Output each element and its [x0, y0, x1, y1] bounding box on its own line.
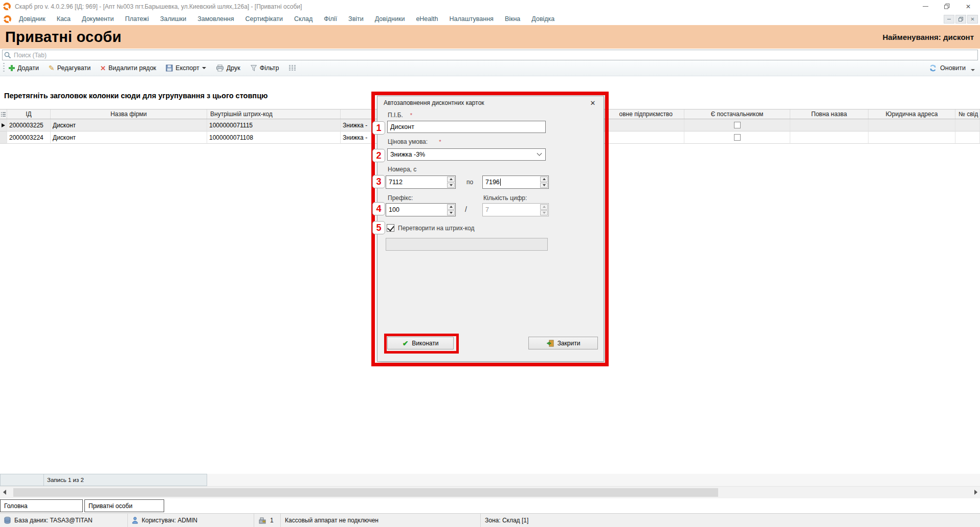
spin-down-button[interactable]	[447, 210, 455, 216]
convert-to-barcode-label: Перетворити на штрих-код	[398, 225, 475, 232]
toolbar-drag-handle[interactable]	[3, 63, 5, 73]
prefix-spinner[interactable]: 100	[386, 203, 456, 216]
menu-dovidka[interactable]: Довідка	[526, 15, 560, 23]
numbers-from-label: Номера, с	[388, 166, 416, 173]
menu-zamovlennia[interactable]: Замовлення	[192, 15, 239, 23]
menu-nalashtuvannia[interactable]: Налаштування	[443, 15, 499, 23]
mdi-restore-button[interactable]	[955, 15, 966, 24]
dialog-title-bar[interactable]: Автозаповнення дисконтних карток ✕	[377, 96, 604, 109]
scroll-left-icon[interactable]	[3, 490, 6, 495]
menu-sklad[interactable]: Склад	[288, 15, 318, 23]
number-to-text: 7196	[485, 179, 500, 186]
filter-button[interactable]: Фільтр	[250, 64, 279, 72]
column-header-barcode[interactable]: Внутрішній штрих-код	[207, 109, 341, 119]
mdi-minimize-button[interactable]	[944, 15, 954, 24]
price-condition-label: Цінова умова:*	[388, 138, 441, 145]
close-button[interactable]: ✕	[960, 2, 977, 12]
mdi-close-button[interactable]: ✕	[967, 15, 978, 24]
menu-ehealth[interactable]: eHealth	[410, 15, 443, 23]
execute-button[interactable]: ✔ Виконати	[387, 337, 454, 349]
navigator-empty-cell	[0, 474, 43, 486]
horizontal-scrollbar[interactable]	[0, 486, 980, 498]
supplier-checkbox[interactable]	[734, 134, 741, 141]
cell-supplier	[684, 131, 790, 144]
page-header: Приватні особи Найменування: дисконт	[0, 25, 980, 49]
spin-down-button[interactable]	[447, 183, 455, 188]
arrow-up-icon	[450, 206, 453, 208]
convert-to-barcode-checkbox[interactable]	[387, 224, 394, 232]
name-field-label: П.І.Б.*	[388, 112, 412, 119]
refresh-button[interactable]: Оновити	[929, 64, 975, 72]
digits-count-label: Кількість цифр:	[483, 194, 527, 202]
name-input[interactable]: Дисконт	[387, 121, 546, 133]
price-label-text: Цінова умова:	[388, 138, 428, 145]
menu-dovidnyk[interactable]: Довідник	[13, 15, 51, 23]
export-dropdown-icon	[202, 67, 206, 69]
menu-vikna[interactable]: Вікна	[499, 15, 526, 23]
column-header-id[interactable]: ІД	[7, 109, 51, 119]
delete-row-button[interactable]: ✕ Видалити рядок	[100, 64, 156, 72]
refresh-dropdown-icon	[971, 69, 975, 71]
columns-icon	[288, 65, 296, 72]
menu-zvity[interactable]: Звіти	[343, 15, 369, 23]
close-dialog-label: Закрити	[558, 340, 581, 347]
menu-dovidnyky[interactable]: Довідники	[369, 15, 411, 23]
restore-button[interactable]	[938, 2, 955, 12]
spin-down-button[interactable]	[540, 183, 548, 188]
spin-up-button[interactable]	[447, 177, 455, 182]
barcode-preview-input	[386, 238, 548, 251]
scroll-right-icon[interactable]	[974, 490, 977, 495]
minimize-button[interactable]	[917, 2, 934, 12]
number-from-spinner[interactable]: 7112	[386, 175, 456, 189]
export-button[interactable]: Експорт	[166, 64, 206, 72]
cell-barcode: 1000000071108	[207, 131, 341, 144]
row-selector-icon	[1, 112, 6, 117]
arrow-up-icon	[450, 178, 453, 180]
refresh-icon	[929, 64, 937, 72]
price-condition-select[interactable]: Знижка -3%	[387, 148, 546, 161]
cash-status-label: Кассовый аппарат не подключен	[285, 517, 378, 524]
pencil-icon: ✎	[49, 64, 55, 72]
cell-id: 2000003224	[7, 131, 51, 144]
edit-button[interactable]: ✎ Редагувати	[49, 64, 91, 72]
tab-pryvatni-osoby[interactable]: Приватні особи	[84, 499, 164, 512]
add-button[interactable]: Додати	[9, 64, 39, 72]
column-chooser-button[interactable]	[288, 65, 296, 72]
menu-kasa[interactable]: Каса	[51, 15, 76, 23]
column-header-firm[interactable]: Назва фірми	[51, 109, 207, 119]
name-filter-label: Найменування: дисконт	[882, 33, 975, 41]
print-label: Друк	[227, 64, 240, 72]
database-icon	[4, 517, 11, 524]
menu-filii[interactable]: Філії	[318, 15, 343, 23]
menu-dokumenty[interactable]: Документи	[76, 15, 119, 23]
column-header-legal-address[interactable]: Юридична адреса	[868, 109, 955, 119]
scrollbar-thumb[interactable]	[13, 488, 718, 497]
search-bar	[2, 50, 978, 60]
column-header-indicator[interactable]	[0, 109, 7, 119]
refresh-label: Оновити	[940, 64, 966, 72]
column-header-certificate[interactable]: № свід	[955, 109, 980, 119]
export-label: Експорт	[175, 64, 199, 72]
menu-sertyfikaty[interactable]: Сертифікати	[240, 15, 289, 23]
user-label: Користувач: ADMIN	[142, 517, 197, 524]
menu-platezhi[interactable]: Платежі	[120, 15, 155, 23]
close-dialog-button[interactable]: Закрити	[528, 337, 598, 349]
dialog-close-button[interactable]: ✕	[588, 99, 597, 107]
column-header-supplier[interactable]: Є постачальником	[684, 109, 790, 119]
supplier-checkbox[interactable]	[734, 122, 741, 128]
print-button[interactable]: Друк	[216, 64, 240, 72]
menu-zalyshky[interactable]: Залишки	[154, 15, 192, 23]
search-input[interactable]	[14, 52, 977, 59]
spin-up-button[interactable]	[447, 204, 455, 210]
spin-up-button[interactable]	[540, 177, 548, 182]
number-from-value: 7112	[386, 176, 447, 188]
column-header-full-name[interactable]: Повна назва	[790, 109, 868, 119]
database-segment: База даних: TASA3@TITAN	[0, 514, 128, 527]
tab-holovna[interactable]: Головна	[0, 499, 83, 512]
user-icon	[132, 517, 138, 524]
cell-certificate	[955, 131, 980, 144]
number-to-spinner[interactable]: 7196	[482, 175, 549, 189]
arrow-down-icon	[543, 184, 546, 186]
document-tabs: Головна Приватні особи	[0, 499, 980, 513]
arrow-up-icon	[543, 178, 546, 180]
